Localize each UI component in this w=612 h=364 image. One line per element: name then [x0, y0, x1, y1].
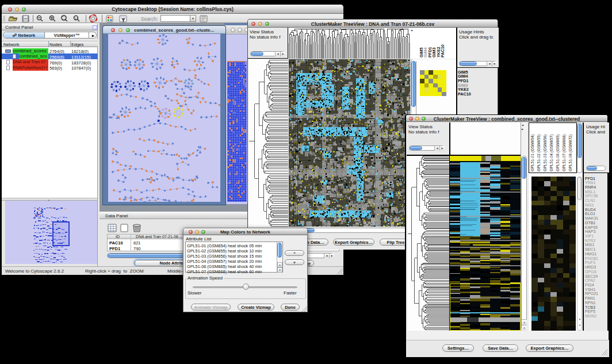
- svg-text:GPL51-06 (GSM865): GPL51-06 (GSM865): [556, 135, 560, 171]
- svg-text:GPL51-01 (GSM854): GPL51-01 (GSM854): [530, 135, 535, 171]
- svg-text:PAC10: PAC10: [440, 44, 445, 58]
- svg-text:1:1: 1:1: [75, 17, 79, 20]
- svg-text:GPL51-08 (GSM872): GPL51-08 (GSM872): [568, 135, 573, 171]
- svg-text:GPL51-04 (GSM857): GPL51-04 (GSM857): [549, 135, 554, 171]
- svg-text:GPL51-02 (GSM855): GPL51-02 (GSM855): [537, 135, 541, 171]
- svg-text:GPL51-07 (GSM868): GPL51-07 (GSM868): [562, 135, 567, 171]
- svg-text:GPL51-03 (GSM856): GPL51-03 (GSM856): [543, 135, 548, 171]
